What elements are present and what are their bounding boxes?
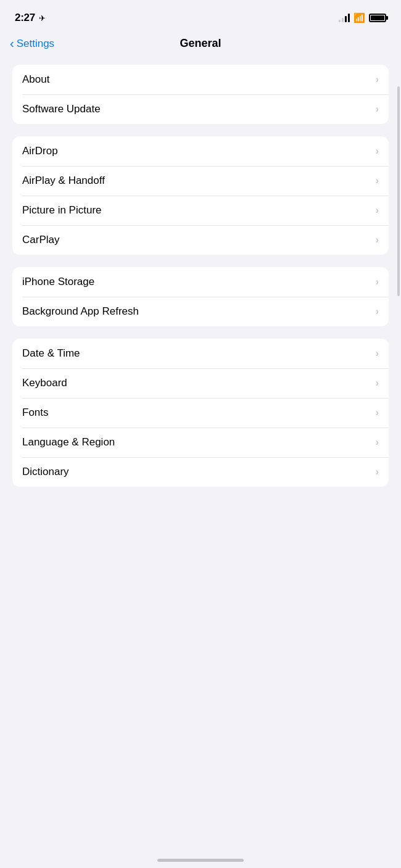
settings-group-3: iPhone Storage › Background App Refresh … xyxy=(12,267,389,326)
settings-row-about[interactable]: About › xyxy=(12,65,389,94)
settings-row-software-update[interactable]: Software Update › xyxy=(12,94,389,124)
signal-bars-icon xyxy=(339,14,350,22)
settings-group-4: Date & Time › Keyboard › Fonts › Languag… xyxy=(12,339,389,487)
software-update-chevron-icon: › xyxy=(376,104,379,115)
about-chevron-icon: › xyxy=(376,74,379,85)
wifi-icon: 📶 xyxy=(353,12,365,23)
airplay-handoff-chevron-icon: › xyxy=(376,175,379,186)
background-app-refresh-chevron-icon: › xyxy=(376,306,379,317)
software-update-label: Software Update xyxy=(22,103,101,115)
language-region-chevron-icon: › xyxy=(376,437,379,448)
battery-icon xyxy=(369,14,386,22)
iphone-storage-chevron-icon: › xyxy=(376,276,379,287)
iphone-storage-label: iPhone Storage xyxy=(22,276,94,288)
settings-row-language-region[interactable]: Language & Region › xyxy=(12,428,389,457)
home-indicator xyxy=(157,859,244,862)
settings-row-dictionary[interactable]: Dictionary › xyxy=(12,457,389,487)
settings-row-picture-in-picture[interactable]: Picture in Picture › xyxy=(12,196,389,225)
status-bar: 2:27 ✈ 📶 xyxy=(0,0,401,32)
status-icons: 📶 xyxy=(339,12,386,23)
carplay-chevron-icon: › xyxy=(376,234,379,246)
nav-bar: ‹ Settings General xyxy=(0,32,401,60)
about-label: About xyxy=(22,73,49,86)
settings-group-1: About › Software Update › xyxy=(12,65,389,124)
settings-row-iphone-storage[interactable]: iPhone Storage › xyxy=(12,267,389,297)
date-time-label: Date & Time xyxy=(22,347,80,360)
location-icon: ✈ xyxy=(39,14,46,23)
airdrop-chevron-icon: › xyxy=(376,146,379,157)
back-button[interactable]: ‹ Settings xyxy=(10,37,54,51)
keyboard-label: Keyboard xyxy=(22,377,67,389)
nav-title: General xyxy=(180,37,221,50)
fonts-chevron-icon: › xyxy=(376,407,379,418)
settings-row-keyboard[interactable]: Keyboard › xyxy=(12,368,389,398)
status-time: 2:27 xyxy=(15,12,35,24)
back-chevron-icon: ‹ xyxy=(10,36,14,51)
dictionary-chevron-icon: › xyxy=(376,466,379,477)
back-label: Settings xyxy=(17,38,54,50)
settings-row-date-time[interactable]: Date & Time › xyxy=(12,339,389,368)
settings-row-carplay[interactable]: CarPlay › xyxy=(12,225,389,255)
settings-row-airplay-handoff[interactable]: AirPlay & Handoff › xyxy=(12,166,389,196)
settings-row-background-app-refresh[interactable]: Background App Refresh › xyxy=(12,297,389,326)
date-time-chevron-icon: › xyxy=(376,348,379,359)
settings-row-airdrop[interactable]: AirDrop › xyxy=(12,136,389,166)
background-app-refresh-label: Background App Refresh xyxy=(22,305,139,318)
fonts-label: Fonts xyxy=(22,407,49,419)
settings-group-2: AirDrop › AirPlay & Handoff › Picture in… xyxy=(12,136,389,255)
picture-in-picture-chevron-icon: › xyxy=(376,205,379,216)
language-region-label: Language & Region xyxy=(22,436,115,448)
dictionary-label: Dictionary xyxy=(22,466,69,478)
airdrop-label: AirDrop xyxy=(22,145,58,157)
keyboard-chevron-icon: › xyxy=(376,378,379,389)
airplay-handoff-label: AirPlay & Handoff xyxy=(22,175,105,187)
carplay-label: CarPlay xyxy=(22,234,59,246)
picture-in-picture-label: Picture in Picture xyxy=(22,204,102,217)
scroll-indicator[interactable] xyxy=(397,86,400,296)
settings-row-fonts[interactable]: Fonts › xyxy=(12,398,389,428)
content: About › Software Update › AirDrop › AirP… xyxy=(0,60,401,523)
